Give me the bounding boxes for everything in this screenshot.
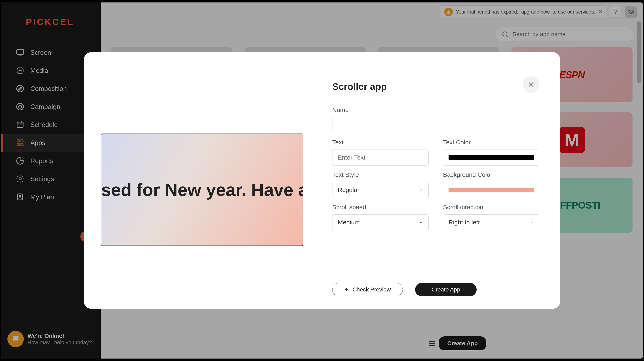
textcolor-picker[interactable] [443, 150, 540, 166]
scroller-app-modal: sed for New year. Have a Ha Scroller app… [84, 52, 560, 309]
textstyle-select[interactable]: Regular [332, 182, 429, 198]
modal-title: Scroller app [332, 81, 540, 92]
bgcolor-picker[interactable] [443, 182, 540, 198]
app-frame: PICKCEL Screen Media Composition Campaig… [1, 2, 643, 358]
direction-label: Scroll direction [443, 204, 540, 211]
preview-text: sed for New year. Have a Ha [101, 180, 303, 200]
name-input[interactable] [332, 117, 540, 133]
speed-select[interactable]: Medium [332, 214, 429, 230]
direction-value: Right to left [448, 219, 480, 226]
modal-close-button[interactable] [522, 76, 540, 93]
name-label: Name [332, 106, 540, 114]
modal-overlay[interactable]: sed for New year. Have a Ha Scroller app… [1, 2, 643, 358]
chevron-down-icon [418, 188, 423, 192]
modal-form-pane: Scroller app Name Text Te [320, 52, 560, 309]
text-input[interactable] [332, 150, 429, 166]
check-preview-label: Check Preview [352, 286, 391, 293]
bgcolor-label: Background Color [443, 171, 540, 178]
create-app-label: Create App [432, 286, 460, 293]
textcolor-swatch [448, 155, 534, 160]
modal-footer: Check Preview Create App [332, 283, 540, 296]
text-label: Text [332, 139, 429, 146]
check-preview-button[interactable]: Check Preview [332, 283, 403, 296]
bgcolor-swatch [448, 188, 534, 192]
speed-value: Medium [338, 219, 360, 226]
create-app-button[interactable]: Create App [415, 283, 477, 296]
textstyle-value: Regular [338, 186, 359, 194]
chevron-down-icon [418, 220, 423, 224]
arrow-left-icon [344, 287, 349, 292]
modal-preview-pane: sed for New year. Have a Ha [84, 52, 320, 309]
chevron-down-icon [529, 220, 534, 224]
close-icon [528, 82, 534, 88]
scroller-preview: sed for New year. Have a Ha [101, 134, 303, 246]
textstyle-label: Text Style [332, 171, 429, 178]
textcolor-label: Text Color [443, 139, 540, 146]
direction-select[interactable]: Right to left [443, 214, 540, 230]
speed-label: Scroll speed [332, 204, 429, 211]
